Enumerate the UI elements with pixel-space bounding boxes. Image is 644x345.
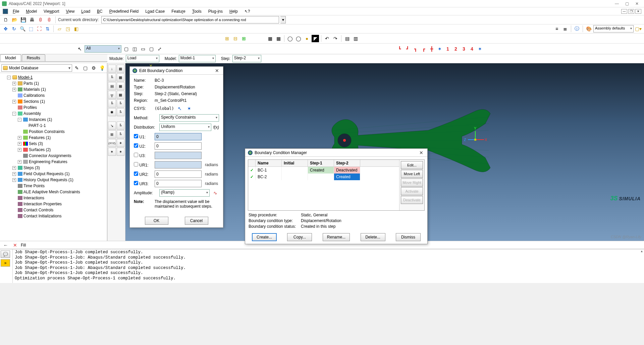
- x6-icon[interactable]: ◤: [312, 35, 319, 42]
- bc-side-move-left-button[interactable]: Move Left: [401, 170, 423, 178]
- cs5-icon[interactable]: ╋: [428, 45, 435, 53]
- box-zoom-icon[interactable]: ⬚: [27, 25, 35, 32]
- menu-viewport[interactable]: Viewport: [40, 8, 63, 15]
- tree-node[interactable]: +Features (1): [1, 135, 106, 141]
- method-combo[interactable]: Specify Constraints: [159, 114, 219, 122]
- step-combo[interactable]: Step-2: [232, 55, 261, 62]
- cancel-x-icon[interactable]: ✕: [11, 242, 19, 249]
- menu-predefined-field[interactable]: Predefined Field: [106, 8, 142, 15]
- shaded-icon[interactable]: ◧: [72, 25, 80, 32]
- redo-icon[interactable]: ↷: [332, 35, 339, 42]
- tree-expand-icon[interactable]: +: [18, 142, 21, 146]
- u1-checkbox[interactable]: U1:: [134, 134, 153, 139]
- tab-results[interactable]: Results: [22, 54, 45, 61]
- vtb-19[interactable]: ✶: [108, 148, 116, 156]
- tree-expand-icon[interactable]: -: [12, 112, 16, 116]
- save-icon[interactable]: 💾: [19, 16, 27, 23]
- ur1-checkbox[interactable]: UR1:: [134, 162, 153, 167]
- tree-node[interactable]: -Instances (1): [1, 117, 106, 123]
- vtb-10[interactable]: ╚: [117, 99, 125, 108]
- f3-icon[interactable]: ▭: [139, 45, 147, 53]
- tree-btn-4-icon[interactable]: 💡: [98, 64, 106, 72]
- tree-expand-icon[interactable]: +: [12, 178, 16, 182]
- tree-btn-3-icon[interactable]: ⚙: [90, 64, 97, 72]
- vtb-5[interactable]: ▤: [108, 82, 116, 90]
- menu-feature[interactable]: Feature: [168, 8, 189, 15]
- cs1-icon[interactable]: ┗: [396, 45, 403, 53]
- menu-file[interactable]: File: [9, 8, 22, 15]
- message-text[interactable]: Job Shape-Opt-Process-1-Job completed su…: [13, 249, 644, 283]
- pan-icon[interactable]: ✥: [2, 25, 9, 32]
- vtb-17[interactable]: (XYZ): [108, 139, 116, 147]
- menu-load-case[interactable]: Load Case: [142, 8, 168, 15]
- tree-expand-icon[interactable]: +: [18, 160, 21, 164]
- f5-icon[interactable]: ⤢: [156, 45, 163, 53]
- grid2-icon[interactable]: ⊟: [232, 35, 239, 42]
- assembly-defaults-combo[interactable]: Assembly defaults: [593, 25, 634, 32]
- print-icon[interactable]: 🖶: [28, 16, 36, 23]
- tree-expand-icon[interactable]: +: [12, 100, 16, 104]
- bc-copy----button[interactable]: Copy...: [287, 233, 312, 241]
- u2-input[interactable]: [155, 142, 202, 150]
- tree-node[interactable]: Calibrations: [1, 92, 106, 98]
- msg-warn-icon[interactable]: »: [1, 259, 10, 267]
- u1-input[interactable]: [155, 133, 202, 140]
- amplitude-create-icon[interactable]: ∿: [212, 189, 219, 197]
- msg-info-icon[interactable]: 💬: [1, 251, 10, 258]
- new-model-icon[interactable]: 🗋: [2, 16, 9, 23]
- palette-icon[interactable]: 🎨: [585, 25, 592, 32]
- undo-icon[interactable]: ↶: [323, 35, 331, 42]
- x1-icon[interactable]: ▦: [266, 35, 274, 42]
- cs2-icon[interactable]: ┛: [404, 45, 411, 53]
- database-2-icon[interactable]: 🛢: [46, 16, 53, 23]
- vtb-9[interactable]: ╚: [108, 99, 116, 108]
- menu-bc[interactable]: BC: [94, 8, 106, 15]
- menu-whats-this-icon[interactable]: ↖?: [241, 8, 254, 15]
- layers-icon[interactable]: ▤: [343, 35, 351, 42]
- pointer-icon[interactable]: ↖: [76, 45, 84, 53]
- rotate-icon[interactable]: ↻: [10, 25, 18, 32]
- vtb-4[interactable]: ▦: [117, 73, 125, 81]
- distribution-combo[interactable]: Uniform: [159, 124, 211, 131]
- ur2-checkbox[interactable]: UR2:: [134, 171, 153, 177]
- bc-create----button[interactable]: Create...: [252, 233, 277, 241]
- ur2-input[interactable]: [155, 170, 202, 178]
- tree-node[interactable]: +History Output Requests (1): [1, 177, 106, 183]
- bc-table-row[interactable]: ✓BC-1CreatedDeactivated: [248, 167, 399, 174]
- menu-tools[interactable]: Tools: [189, 8, 205, 15]
- x4-icon[interactable]: ◯: [295, 35, 302, 42]
- vtb-3[interactable]: ╚: [108, 73, 116, 81]
- num4-button[interactable]: 4: [468, 45, 476, 53]
- edit-bc-close-button[interactable]: ✕: [214, 68, 220, 73]
- vtb-7[interactable]: ╦: [108, 91, 116, 99]
- close-window-button[interactable]: ✕: [632, 1, 642, 6]
- vtb-11[interactable]: ✱: [108, 108, 116, 116]
- tree-btn-1-icon[interactable]: ✎: [73, 64, 80, 72]
- cs7-icon[interactable]: ✶: [476, 45, 484, 53]
- app-menu-icon[interactable]: [3, 9, 8, 14]
- x5-icon[interactable]: ●: [303, 35, 311, 42]
- tree-node[interactable]: ALE Adaptive Mesh Constraints: [1, 189, 106, 195]
- num2-button[interactable]: 2: [452, 45, 460, 53]
- tree-node[interactable]: -Model-1: [1, 74, 106, 80]
- num3-button[interactable]: 3: [460, 45, 468, 53]
- tree-expand-icon[interactable]: +: [18, 148, 21, 152]
- f1-icon[interactable]: ▢: [122, 45, 130, 53]
- vtb-14[interactable]: ╚: [117, 122, 125, 130]
- mdi-restore-button[interactable]: ❐: [628, 9, 634, 14]
- cs6-icon[interactable]: ✶: [436, 45, 443, 53]
- mdi-minimize-button[interactable]: —: [621, 9, 627, 14]
- menu-plugins[interactable]: Plug-ins: [205, 8, 226, 15]
- tree-expand-icon[interactable]: +: [12, 172, 16, 176]
- tree-node[interactable]: Connector Assignments: [1, 153, 106, 159]
- vtb-13[interactable]: ↘: [108, 122, 116, 130]
- tree-node[interactable]: Interactions: [1, 195, 106, 201]
- tree-node[interactable]: +Sections (1): [1, 98, 106, 105]
- csys-axes-icon[interactable]: ✶: [185, 105, 193, 112]
- f2-icon[interactable]: ◫: [131, 45, 138, 53]
- model-combo[interactable]: Model-1: [179, 55, 216, 62]
- tree-btn-2-icon[interactable]: ▢: [82, 64, 89, 72]
- vtb-2[interactable]: ▦: [117, 65, 125, 73]
- hidden-icon[interactable]: ◳: [64, 25, 71, 32]
- tree-node[interactable]: Profiles: [1, 105, 106, 111]
